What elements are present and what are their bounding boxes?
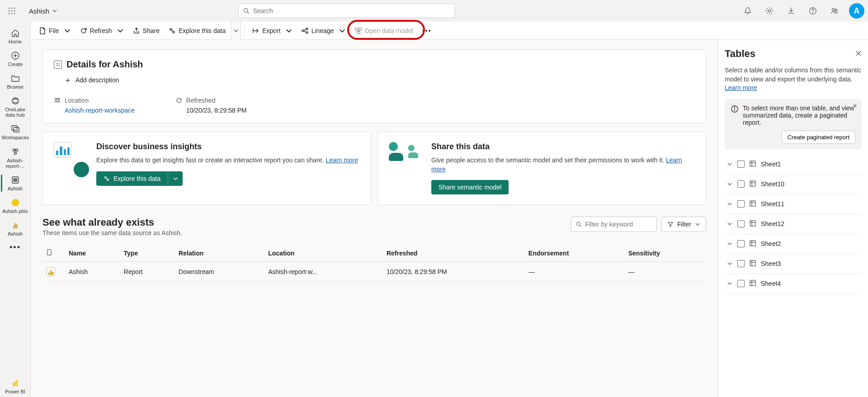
svg-point-3 [9,10,10,12]
user-avatar[interactable]: A [849,3,864,19]
svg-point-9 [244,9,248,12]
workspace-switcher[interactable]: Ashish [25,5,61,18]
people-icon [830,7,839,15]
chevron-down-icon [52,8,57,14]
svg-point-13 [813,13,813,13]
svg-point-4 [11,10,13,12]
svg-line-10 [247,12,249,14]
app-launcher-button[interactable] [4,3,20,19]
waffle-icon [8,7,15,14]
svg-point-15 [835,9,837,11]
svg-point-11 [768,9,770,12]
svg-point-7 [11,13,13,14]
svg-point-0 [9,8,10,9]
notifications-button[interactable] [739,2,757,20]
help-icon [809,7,817,15]
download-icon [787,7,795,15]
search-input[interactable] [253,7,450,14]
top-bar: Ashish A [0,0,868,22]
svg-point-6 [9,13,10,14]
svg-point-8 [14,13,15,14]
settings-button[interactable] [760,2,778,20]
gear-icon [765,7,774,15]
help-button[interactable] [804,2,822,20]
global-search[interactable] [238,4,455,18]
explore-dropdown[interactable] [231,22,241,22]
bell-icon [744,7,752,15]
account-manager-button[interactable] [826,2,844,20]
svg-point-14 [832,9,835,11]
svg-point-5 [14,10,15,12]
download-button[interactable] [782,2,800,20]
svg-point-2 [14,8,15,9]
search-icon [243,8,249,14]
svg-point-1 [11,8,13,9]
workspace-name: Ashish [29,7,49,15]
